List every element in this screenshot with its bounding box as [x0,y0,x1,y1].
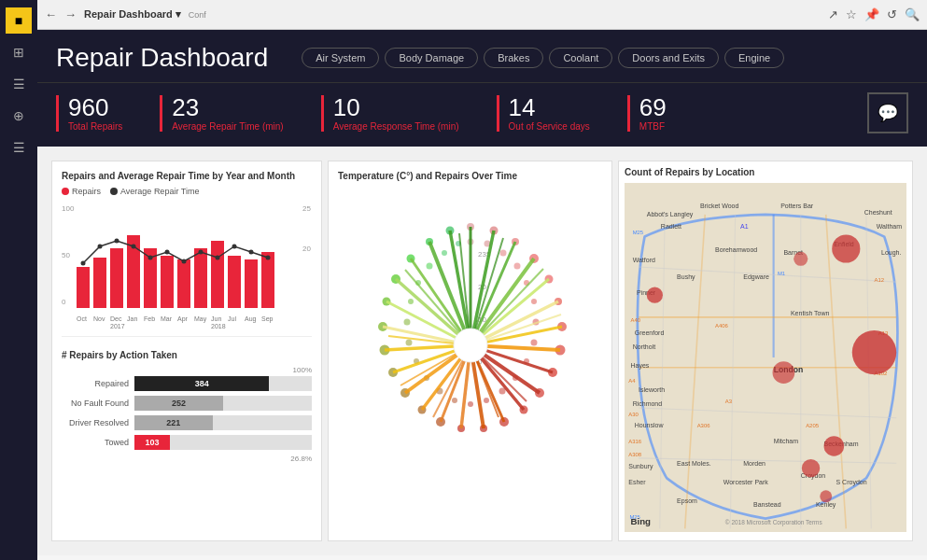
nav-tabs: Air System Body Damage Brakes Coolant Do… [302,48,784,68]
svg-text:25: 25 [302,204,311,213]
svg-point-17 [81,261,86,266]
bookmark-button[interactable]: ☆ [846,7,857,21]
svg-text:Greenford: Greenford [635,329,665,336]
svg-point-18 [98,245,103,249]
tab-brakes[interactable]: Brakes [484,48,543,68]
action-bar-fill-no-fault: 252 [134,396,223,411]
bar-chart-legend: Repairs Average Repair Time [62,187,312,196]
charts-area: Repairs and Average Repair Time by Year … [37,147,927,555]
svg-point-23 [182,259,187,264]
chat-button[interactable]: 💬 [867,92,908,133]
svg-text:© 2018 Microsoft Corporation T: © 2018 Microsoft Corporation Terms [725,519,822,526]
kpi-avg-repair-time-label: Average Repair Time (min) [172,121,283,132]
svg-text:Edgware: Edgware [743,273,769,281]
svg-rect-10 [161,256,174,308]
svg-rect-15 [245,259,258,308]
kpi-avg-response-time-value: 10 [333,95,459,119]
svg-text:Radlett: Radlett [661,223,681,230]
sidebar-icon-grid[interactable]: ⊞ [6,39,32,65]
sidebar-icon-menu[interactable]: ☰ [6,134,32,161]
pin-button[interactable]: 📌 [864,7,879,21]
svg-point-28 [266,256,271,260]
action-bar-fill-driver-resolved: 221 [134,415,213,430]
legend-avg-repair-time-dot [110,188,118,195]
svg-text:A316: A316 [628,439,642,444]
kpi-total-repairs: 960 Total Repairs [56,95,122,132]
svg-point-86 [452,398,457,403]
svg-point-201 [773,361,795,384]
legend-avg-repair-time-label: Average Repair Time [120,187,199,196]
kpi-avg-repair-time: 23 Average Repair Time (min) [160,95,283,132]
kpi-out-of-service-label: Out of Service days [509,121,590,132]
breadcrumb: Repair Dashboard ▾ Conf [84,7,821,23]
svg-point-197 [852,330,896,374]
svg-text:Richmond: Richmond [633,400,663,407]
kpi-mtbf-label: MTBF [639,121,667,132]
svg-line-141 [660,215,665,529]
svg-text:Hounslow: Hounslow [635,423,665,429]
svg-text:Jun: Jun [211,315,221,322]
bar-chart-title: Repairs and Average Repair Time by Year … [62,171,312,181]
kpi-mtbf-value: 69 [639,95,667,119]
svg-text:Epsom: Epsom [677,497,697,505]
logo-icon: ■ [15,13,22,28]
circular-chart-title: Temperature (C°) and Repairs Over Time [338,171,602,181]
tab-coolant[interactable]: Coolant [549,48,612,68]
svg-text:Isleworth: Isleworth [639,386,665,393]
svg-point-24 [199,250,204,255]
forward-button[interactable]: → [64,7,77,21]
svg-point-85 [468,401,473,407]
svg-point-195 [647,287,663,303]
svg-text:Hayes: Hayes [630,362,649,370]
action-bar-no-fault: 252 [134,396,312,411]
action-label-driver-resolved: Driver Resolved [62,418,129,427]
action-chart: # Repairs by Action Taken 100% Repaired … [62,350,312,463]
circular-chart-wrap: 235 20 10 5 0 [338,187,602,495]
circular-chart-svg: 235 20 10 5 0 [340,201,601,481]
svg-text:Apr: Apr [177,315,189,323]
svg-rect-11 [177,259,190,308]
svg-text:Esher: Esher [628,479,646,485]
svg-point-200 [820,490,832,502]
sidebar-icon-nav[interactable]: ☰ [6,71,32,97]
svg-point-132 [454,329,487,362]
kpi-row: 960 Total Repairs 23 Average Repair Time… [37,82,927,147]
tab-doors-exits[interactable]: Doors and Exits [618,48,719,68]
svg-text:A205: A205 [806,424,820,429]
map-wrap: Abbot's Langley Bricket Wood Potters Bar… [625,183,906,532]
svg-point-91 [403,319,410,326]
svg-point-21 [148,256,153,260]
svg-point-26 [232,245,237,249]
svg-text:Dec: Dec [110,315,122,322]
back-button[interactable]: ← [45,7,57,21]
kpi-avg-response-time: 10 Average Response Time (min) [321,95,459,132]
action-bar-fill-repaired: 384 [134,376,269,391]
tab-body-damage[interactable]: Body Damage [385,48,478,68]
refresh-button[interactable]: ↺ [887,7,897,21]
search-button[interactable]: 🔍 [905,7,920,21]
center-panel: Temperature (C°) and Repairs Over Time 2… [328,161,612,541]
action-row-repaired: Repaired 384 [62,376,312,391]
pct-header-right: 100% [293,366,312,374]
kpi-avg-response-time-label: Average Response Time (min) [333,121,459,132]
svg-text:100: 100 [62,204,75,213]
expand-button[interactable]: ↗ [828,7,838,21]
svg-point-90 [405,340,412,346]
action-chart-title: # Repairs by Action Taken [62,350,312,360]
bar-chart-section: Repairs and Average Repair Time by Year … [62,171,312,330]
svg-text:M1: M1 [778,271,785,276]
tab-engine[interactable]: Engine [724,48,784,68]
action-bar-fill-towed: 103 [134,435,170,450]
svg-text:East Moles.: East Moles. [677,460,711,467]
svg-point-76 [513,263,520,270]
svg-text:Worcester Park: Worcester Park [723,479,769,485]
topbar-actions: ↗ ☆ 📌 ↺ 🔍 [828,7,920,21]
svg-text:A306: A306 [697,424,711,429]
svg-point-95 [442,250,447,256]
tab-air-system[interactable]: Air System [302,48,379,68]
app-logo[interactable]: ■ [6,7,32,34]
svg-text:Jul: Jul [228,315,236,322]
sidebar-icon-add[interactable]: ⊕ [6,103,32,129]
svg-point-198 [824,436,845,456]
pct-header: 100% [62,366,312,374]
